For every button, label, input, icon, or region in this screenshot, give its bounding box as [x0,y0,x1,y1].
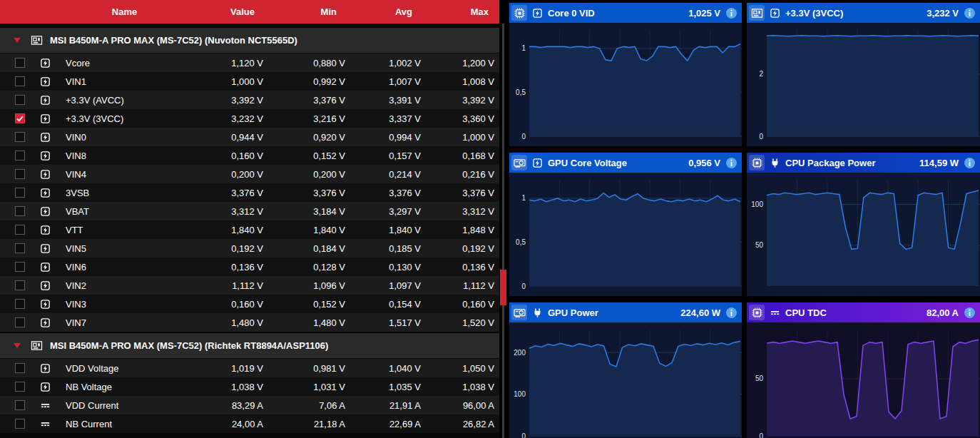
svg-text:0: 0 [521,432,526,438]
sensor-max: 0,168 V [421,151,499,161]
cpu-icon [749,155,765,170]
svg-text:0: 0 [759,133,763,141]
graph-panel-cpu-tdc: CPU TDC82,00 A500 [747,302,980,438]
column-header-max[interactable]: Max [421,6,499,17]
sensor-value: 3,232 V [183,113,263,124]
sensor-row[interactable]: VTT1,840 V1,840 V1,840 V1,848 V [0,220,499,239]
sensor-row[interactable]: VIN60,136 V0,128 V0,130 V0,136 V [0,258,499,276]
column-header-min[interactable]: Min [263,6,345,17]
row-checkbox[interactable] [15,58,25,68]
graph-current-value: 1,025 V [688,8,720,19]
sensor-name: NB Voltage [66,382,183,392]
row-checkbox[interactable] [15,188,25,198]
graph-current-value: 82,00 A [927,307,959,318]
row-checkbox[interactable] [15,363,25,373]
row-checkbox[interactable] [15,317,25,327]
sensor-max: 1,008 V [421,76,499,87]
row-checkbox[interactable] [15,262,25,272]
graph-chart: 10,50 [509,23,742,146]
sensor-row[interactable]: VBAT3,312 V3,184 V3,297 V3,312 V [0,202,499,220]
motherboard-icon [31,35,43,46]
column-header-avg[interactable]: Avg [345,6,421,17]
table-header-row: Name Value Min Avg Max [0,0,499,24]
sensor-max: 26,82 A [421,419,499,429]
row-checkbox[interactable] [15,132,25,142]
row-checkbox[interactable] [15,76,25,86]
row-checkbox[interactable] [15,419,25,429]
sensor-group-header[interactable]: MSI B450M-A PRO MAX (MS-7C52) (Nuvoton N… [0,28,499,54]
voltage-icon [40,95,66,106]
scrollbar-track[interactable] [502,24,504,438]
info-icon[interactable] [725,7,737,19]
row-checkbox[interactable] [15,169,25,179]
sensor-row[interactable]: VIN30,160 V0,152 V0,154 V0,160 V [0,295,499,313]
sensor-max: 0,136 V [421,262,499,273]
sensor-min: 7,06 A [263,400,345,411]
column-header-value[interactable]: Value [183,6,263,17]
collapse-arrow-icon[interactable] [14,343,21,348]
row-checkbox[interactable] [15,95,25,105]
graph-header[interactable]: +3.3V (3VCC)3,232 V [747,3,980,23]
row-checkbox[interactable] [15,280,25,290]
sensor-value: 0,136 V [183,262,263,273]
graph-header[interactable]: GPU Power224,60 W [509,302,742,322]
sensor-max: 1,050 V [421,363,499,374]
scrollbar-thumb[interactable] [500,270,506,305]
sensor-row[interactable]: VIN71,480 V1,480 V1,517 V1,520 V [0,313,499,332]
sensor-row[interactable]: VIN11,000 V0,992 V1,007 V1,008 V [0,72,499,91]
graph-header[interactable]: GPU Core Voltage0,956 V [509,153,742,173]
sensor-value: 83,29 A [183,400,263,411]
row-checkbox[interactable] [15,299,25,309]
sensor-row[interactable]: 3VSB3,376 V3,376 V3,376 V3,376 V [0,183,499,202]
voltage-icon [40,169,66,180]
column-header-name[interactable]: Name [66,6,183,17]
row-checkbox[interactable] [15,243,25,253]
graph-chart: 10,50 [509,173,742,296]
row-checkbox[interactable] [15,206,25,216]
info-icon[interactable] [725,307,737,319]
info-icon[interactable] [964,307,976,319]
collapse-arrow-icon[interactable] [14,38,21,43]
graph-header[interactable]: CPU TDC82,00 A [747,302,980,322]
sensor-avg: 1,840 V [345,225,421,235]
sensor-avg: 0,185 V [345,243,421,254]
sensor-row[interactable]: +3.3V (AVCC)3,392 V3,376 V3,391 V3,392 V [0,91,499,109]
sensor-row[interactable]: NB Current24,00 A21,18 A22,69 A26,82 A [0,414,499,433]
graph-header[interactable]: Core 0 VID1,025 V [509,3,742,23]
sensor-min: 1,031 V [263,382,345,392]
sensor-value: 0,944 V [183,132,263,143]
graph-panel-gpu-power: GPU Power224,60 W2001000 [509,302,742,438]
row-checkbox[interactable] [15,113,25,123]
info-icon[interactable] [964,157,976,169]
sensor-min: 1,480 V [263,317,345,328]
row-checkbox[interactable] [15,400,25,410]
sensor-name: VTT [66,225,183,235]
row-checkbox[interactable] [15,382,25,392]
sensor-row[interactable]: Vcore1,120 V0,880 V1,002 V1,200 V [0,54,499,72]
sensor-row[interactable]: +3.3V (3VCC)3,232 V3,216 V3,337 V3,360 V [0,109,499,128]
graph-header[interactable]: CPU Package Power114,59 W [747,153,980,173]
sensor-row[interactable]: VIN40,200 V0,200 V0,214 V0,216 V [0,165,499,183]
graph-panel-gpu-core-voltage: GPU Core Voltage0,956 V10,50 [509,153,742,296]
sensor-name: VIN2 [66,280,183,291]
sensor-row[interactable]: VDD Voltage1,019 V0,981 V1,040 V1,050 V [0,359,499,377]
sensor-row[interactable]: VDD Current83,29 A7,06 A21,91 A96,00 A [0,396,499,414]
sensor-row[interactable]: VIN00,944 V0,920 V0,994 V1,000 V [0,128,499,146]
info-icon[interactable] [725,157,737,169]
sensor-min: 3,376 V [263,95,345,106]
cpu-icon [511,5,527,21]
sensor-group-header[interactable]: MSI B450M-A PRO MAX (MS-7C52) (Richtek R… [0,333,499,359]
sensor-row[interactable]: VIN50,192 V0,184 V0,185 V0,192 V [0,239,499,258]
sensor-avg: 21,91 A [345,400,421,411]
row-checkbox[interactable] [15,225,25,235]
sensor-row[interactable]: VIN21,112 V1,096 V1,097 V1,112 V [0,276,499,295]
info-icon[interactable] [964,7,976,19]
sensor-row[interactable]: NB Voltage1,038 V1,031 V1,035 V1,038 V [0,377,499,396]
row-checkbox[interactable] [15,151,25,161]
sensor-max: 3,360 V [421,113,499,124]
sensor-value: 0,160 V [183,151,263,161]
vertical-scrollbar[interactable] [499,0,507,438]
sensor-row[interactable]: VIN80,160 V0,152 V0,157 V0,168 V [0,146,499,165]
power-icon [770,158,780,168]
sensor-max: 0,192 V [421,243,499,254]
